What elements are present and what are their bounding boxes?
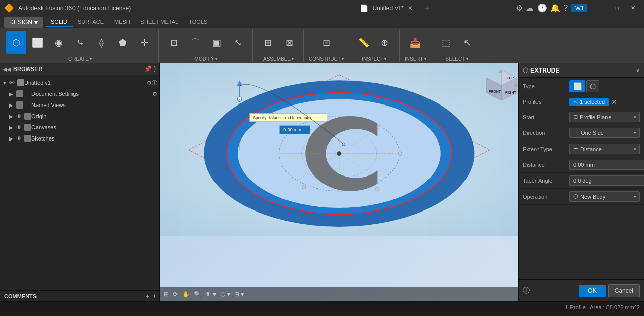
ribbon-btn-rib[interactable]: ⬟ xyxy=(113,31,133,54)
sketches-eye-icon[interactable]: 👁 xyxy=(16,135,24,142)
root-collapse-arrow[interactable]: ▼ xyxy=(2,80,9,86)
root-info-icon[interactable]: ⓘ xyxy=(152,79,157,87)
origin-eye-icon[interactable]: 👁 xyxy=(16,113,24,119)
start-dropdown-arrow: ▾ xyxy=(634,115,636,120)
taper-angle-input[interactable] xyxy=(569,175,644,186)
ribbon-group-inspect: 📏 ⊕ INSPECT ▾ xyxy=(349,29,400,62)
ribbon-btn-shell[interactable]: ▣ xyxy=(206,31,227,54)
type-solid-btn[interactable]: ⬜ xyxy=(569,80,585,92)
ribbon-btn-extrude[interactable]: ⬜ xyxy=(27,31,48,54)
root-settings-icon[interactable]: ⚙ xyxy=(147,80,152,86)
ribbon-btn-cursor[interactable]: ↖ xyxy=(457,31,478,54)
grid-btn[interactable]: ⊞ xyxy=(164,291,169,298)
inspect-dropdown-arrow[interactable]: ▾ xyxy=(384,57,386,61)
user-avatar[interactable]: WJ xyxy=(571,4,587,12)
start-dropdown[interactable]: ⊟ Profile Plane ▾ xyxy=(569,112,640,122)
clock-icon[interactable]: 🕐 xyxy=(537,3,547,13)
ok-button[interactable]: OK xyxy=(579,285,605,297)
toolbar: DESIGN ▾ SOLID SURFACE MESH SHEET METAL … xyxy=(0,16,644,63)
browser-item-doc-settings[interactable]: ▶ Document Settings ⚙ xyxy=(0,88,159,99)
direction-dropdown[interactable]: → One Side ▾ xyxy=(569,128,640,138)
maximize-btn[interactable]: □ xyxy=(610,3,624,13)
cloud-icon[interactable]: ☁ xyxy=(526,3,534,13)
ribbon-btn-new-component[interactable]: ⬡ xyxy=(6,31,26,54)
question-icon[interactable]: ? xyxy=(563,4,568,13)
info-btn[interactable]: ⓘ xyxy=(523,286,530,295)
ribbon-btn-scale[interactable]: ⤡ xyxy=(228,31,248,54)
tab-close-icon[interactable]: ✕ xyxy=(408,5,413,12)
cancel-button[interactable]: Cancel xyxy=(608,284,640,297)
pan-btn[interactable]: ✋ xyxy=(182,291,190,298)
zoom-btn[interactable]: 🔍 xyxy=(194,291,201,298)
help-icons[interactable]: ⚙ xyxy=(516,3,523,13)
canvases-eye-icon[interactable]: 👁 xyxy=(16,124,24,130)
browser-header: ◀◀ BROWSER 📌 ⟩ xyxy=(0,63,159,75)
create-group-label: CREATE xyxy=(68,56,89,62)
display-btn[interactable]: 👁 ▾ xyxy=(205,291,216,298)
tab-solid[interactable]: SOLID xyxy=(46,17,73,27)
browser-item-sketches[interactable]: ▶ 👁 Sketches xyxy=(0,133,159,144)
ribbon-btn-section[interactable]: ⊕ xyxy=(375,31,395,54)
origin-arrow[interactable]: ▶ xyxy=(9,114,16,119)
svg-text:Specify distance and taper ang: Specify distance and taper angle xyxy=(253,116,313,120)
ribbon-btn-as-built[interactable]: ⊠ xyxy=(279,31,299,54)
ribbon-btn-measure[interactable]: 📏 xyxy=(353,31,374,54)
ribbon-btn-loft[interactable]: ⟠ xyxy=(91,31,112,54)
distance-input[interactable] xyxy=(569,160,644,170)
canvases-arrow[interactable]: ▶ xyxy=(9,125,16,130)
modify-dropdown-arrow[interactable]: ▾ xyxy=(215,57,217,61)
browser-item-named-views[interactable]: ▶ Named Views xyxy=(0,99,159,111)
ribbon-btn-move[interactable]: ✛ xyxy=(134,31,154,54)
comments-pin-btn[interactable]: ⟩ xyxy=(153,293,155,299)
ribbon-btn-insert[interactable]: 📥 xyxy=(405,31,425,54)
minimize-btn[interactable]: – xyxy=(593,3,607,13)
browser-pin-btn[interactable]: 📌 xyxy=(144,65,152,73)
sketches-arrow[interactable]: ▶ xyxy=(9,136,16,142)
ribbon-btn-offset-plane[interactable]: ⊟ xyxy=(316,31,336,54)
bell-icon[interactable]: 🔔 xyxy=(550,3,560,13)
environment-btn[interactable]: ⬡ ▾ xyxy=(220,291,230,298)
ribbon-btn-sweep[interactable]: ⤷ xyxy=(70,31,90,54)
close-btn[interactable]: ✕ xyxy=(626,3,640,13)
extrude-expand-btn[interactable]: » xyxy=(636,67,640,74)
ribbon-btn-joint[interactable]: ⊞ xyxy=(258,31,278,54)
ribbon-btn-press-pull[interactable]: ⊡ xyxy=(164,31,184,54)
design-btn[interactable]: DESIGN ▾ xyxy=(4,17,43,28)
new-tab-btn[interactable]: + xyxy=(425,4,430,12)
ribbon-btn-window-select[interactable]: ⬚ xyxy=(436,31,456,54)
ribbon-btn-revolve[interactable]: ◉ xyxy=(49,31,69,54)
browser-item-canvases[interactable]: ▶ 👁 Canvases xyxy=(0,122,159,133)
construct-dropdown-arrow[interactable]: ▾ xyxy=(342,57,344,61)
doc-settings-gear-icon[interactable]: ⚙ xyxy=(152,91,157,97)
ribbon-btn-fillet[interactable]: ⌒ xyxy=(185,31,205,54)
named-views-arrow[interactable]: ▶ xyxy=(9,102,16,108)
browser-expand-btn[interactable]: ⟩ xyxy=(154,65,156,73)
viewport[interactable]: Specify distance and taper angle 0.00 mm… xyxy=(160,63,518,301)
browser-item-root[interactable]: ▼ 👁 Untitled v1 ⚙ ⓘ xyxy=(0,77,159,88)
browser-item-origin[interactable]: ▶ 👁 Origin xyxy=(0,111,159,122)
tab-surface[interactable]: SURFACE xyxy=(73,17,109,27)
panel-row-type: Type ⬜ ⬡ xyxy=(519,78,644,95)
browser-collapse-btn[interactable]: ◀◀ xyxy=(3,66,11,72)
viewcube[interactable]: TOP FRONT RIGHT ▲ ▶ xyxy=(484,67,514,98)
taper-angle-value xyxy=(569,175,644,186)
operation-dropdown-arrow: ▾ xyxy=(634,194,636,199)
profiles-selected-badge[interactable]: ↖ 1 selected xyxy=(569,98,609,106)
root-visibility-eye[interactable]: 👁 xyxy=(9,80,17,86)
grid-settings-btn[interactable]: ⊟ ▾ xyxy=(234,291,244,298)
orbit-btn[interactable]: ⟳ xyxy=(173,291,178,298)
insert-dropdown-arrow[interactable]: ▾ xyxy=(424,57,426,61)
assemble-dropdown-arrow[interactable]: ▾ xyxy=(292,57,294,61)
distance-value xyxy=(569,160,644,170)
profiles-clear-btn[interactable]: ✕ xyxy=(611,98,617,106)
create-dropdown-arrow[interactable]: ▾ xyxy=(90,57,92,61)
extent-type-dropdown[interactable]: ⊢ Distance ▾ xyxy=(569,144,640,154)
tab-tools[interactable]: TOOLS xyxy=(184,17,212,27)
select-dropdown-arrow[interactable]: ▾ xyxy=(466,57,468,61)
doc-settings-arrow[interactable]: ▶ xyxy=(9,91,16,97)
type-surface-btn[interactable]: ⬡ xyxy=(586,80,599,92)
comments-expand-btn[interactable]: + xyxy=(146,293,149,299)
tab-mesh[interactable]: MESH xyxy=(109,17,135,27)
tab-sheet-metal[interactable]: SHEET METAL xyxy=(135,17,184,27)
operation-dropdown[interactable]: ⬡ New Body ▾ xyxy=(569,191,640,202)
